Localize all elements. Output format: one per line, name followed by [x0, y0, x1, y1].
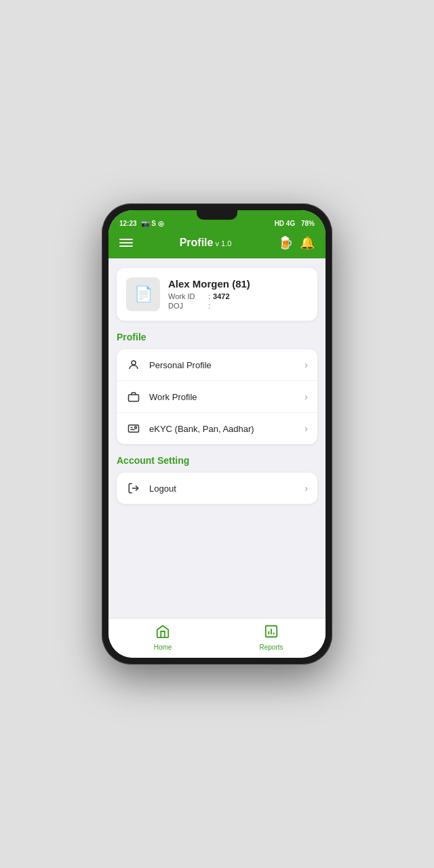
nav-right: 🍺 🔔: [278, 235, 315, 250]
status-battery: 78%: [301, 220, 315, 227]
tab-reports[interactable]: Reports: [217, 624, 326, 651]
svg-rect-2: [129, 425, 139, 433]
briefcase-icon: [126, 391, 141, 403]
work-profile-chevron: ›: [304, 391, 308, 402]
bottom-tab-bar: Home Reports: [108, 618, 326, 658]
status-network: HD 4G: [275, 220, 296, 227]
personal-profile-label: Personal Profile: [149, 360, 296, 370]
user-card: 📄 Alex Morgen (81) Work ID : 3472 DOJ :: [117, 268, 317, 321]
phone-screen: 12:23 📷 S ◎ HD 4G 78% Profile v 1.0 🍺: [108, 210, 326, 658]
logout-chevron: ›: [304, 483, 308, 494]
svg-point-0: [132, 361, 136, 365]
user-doj: DOJ :: [168, 302, 308, 310]
ekyc-chevron: ›: [304, 423, 308, 434]
profile-menu-card: Personal Profile › Work Profile ›: [117, 349, 317, 444]
svg-point-5: [135, 427, 137, 429]
avatar: 📄: [126, 277, 160, 311]
personal-profile-chevron: ›: [304, 359, 308, 370]
menu-button[interactable]: [119, 239, 133, 247]
person-icon: [126, 359, 141, 371]
menu-item-personal-profile[interactable]: Personal Profile ›: [117, 349, 317, 381]
tab-reports-label: Reports: [259, 644, 283, 651]
user-name: Alex Morgen (81): [168, 278, 308, 290]
tab-home[interactable]: Home: [108, 624, 217, 651]
menu-item-work-profile[interactable]: Work Profile ›: [117, 381, 317, 413]
phone-frame: 12:23 📷 S ◎ HD 4G 78% Profile v 1.0 🍺: [102, 203, 332, 665]
home-icon: [155, 624, 170, 642]
logout-icon: [126, 482, 141, 494]
bell-icon[interactable]: 🔔: [300, 235, 315, 250]
status-time: 12:23: [119, 220, 137, 227]
work-profile-label: Work Profile: [149, 392, 296, 402]
tab-home-label: Home: [154, 644, 172, 651]
ekyc-label: eKYC (Bank, Pan, Aadhar): [149, 424, 296, 434]
nav-bar: Profile v 1.0 🍺 🔔: [108, 230, 326, 258]
svg-rect-1: [129, 395, 139, 401]
beer-icon: 🍺: [278, 235, 293, 250]
logout-label: Logout: [149, 484, 296, 494]
profile-section-title: Profile: [117, 332, 317, 342]
user-info: Alex Morgen (81) Work ID : 3472 DOJ :: [168, 278, 308, 311]
status-icons: 📷 S ◎: [141, 220, 163, 227]
avatar-placeholder-icon: 📄: [134, 285, 153, 303]
menu-item-logout[interactable]: Logout ›: [117, 473, 317, 504]
account-menu-card: Logout ›: [117, 473, 317, 504]
account-section-title: Account Setting: [117, 455, 317, 466]
menu-item-ekyc[interactable]: eKYC (Bank, Pan, Aadhar) ›: [117, 413, 317, 444]
id-card-icon: [126, 422, 141, 435]
page-title: Profile v 1.0: [180, 237, 232, 249]
main-content: 📄 Alex Morgen (81) Work ID : 3472 DOJ :: [108, 258, 326, 618]
user-work-id: Work ID : 3472: [168, 292, 308, 300]
phone-notch: [197, 210, 237, 220]
reports-icon: [264, 624, 279, 642]
